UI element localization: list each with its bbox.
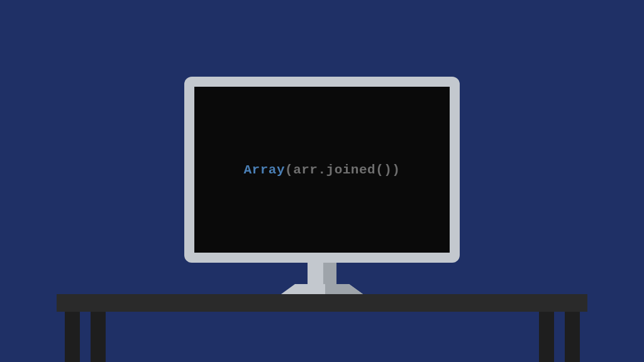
desk-leg bbox=[539, 312, 554, 362]
desk-surface bbox=[57, 294, 587, 312]
monitor-stand-shadow bbox=[325, 284, 363, 294]
monitor: Array(arr.joined()) bbox=[184, 77, 460, 263]
desk-leg bbox=[65, 312, 80, 362]
monitor-bezel: Array(arr.joined()) bbox=[184, 77, 460, 263]
illustration-scene: Array(arr.joined()) bbox=[0, 0, 644, 362]
desk-leg bbox=[565, 312, 580, 362]
monitor-screen: Array(arr.joined()) bbox=[194, 87, 450, 253]
code-keyword: Array bbox=[244, 163, 286, 177]
code-expression: (arr.joined()) bbox=[285, 163, 400, 177]
code-snippet: Array(arr.joined()) bbox=[244, 163, 401, 177]
desk-leg bbox=[91, 312, 106, 362]
monitor-stand-neck bbox=[308, 263, 336, 285]
